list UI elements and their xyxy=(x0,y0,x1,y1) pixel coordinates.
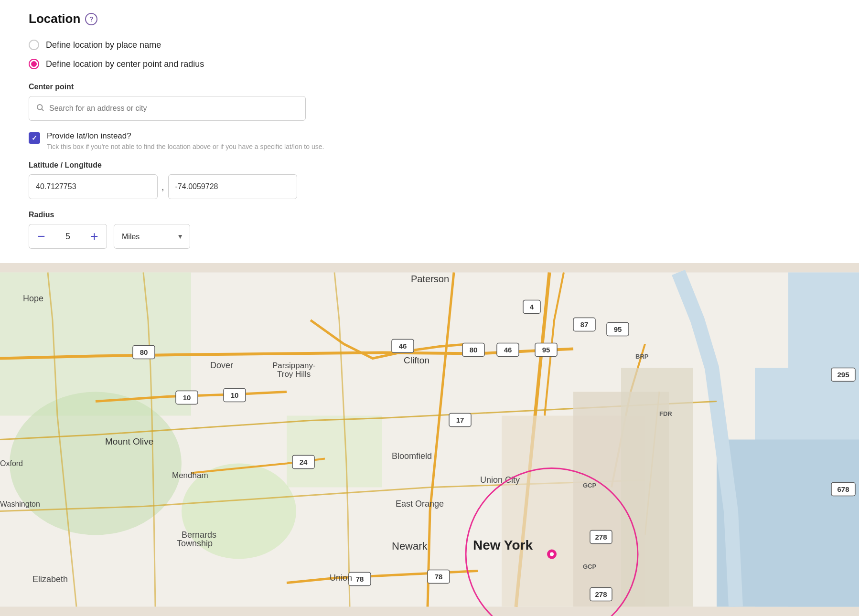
radio-label-place-name: Define location by place name xyxy=(46,40,161,50)
svg-text:Mendham: Mendham xyxy=(172,471,208,480)
svg-text:78: 78 xyxy=(356,575,364,583)
svg-text:87: 87 xyxy=(580,320,589,329)
checkbox-main-label: Provide lat/lon instead? xyxy=(47,131,324,141)
radius-section: Radius − + Miles Kilometers ▼ xyxy=(29,211,830,249)
svg-point-7 xyxy=(10,392,182,535)
lat-lon-label: Latitude / Longitude xyxy=(29,161,830,170)
svg-text:4: 4 xyxy=(530,303,534,311)
svg-text:Oxford: Oxford xyxy=(0,459,23,467)
lat-lon-checkbox[interactable]: ✓ xyxy=(29,132,40,144)
checkbox-sub-label: Tick this box if you're not able to find… xyxy=(47,143,324,150)
search-icon xyxy=(36,103,44,114)
coord-separator: , xyxy=(158,181,168,192)
svg-text:Clifton: Clifton xyxy=(404,355,430,365)
svg-text:GCP: GCP xyxy=(583,563,597,570)
radio-circle-center-point xyxy=(29,59,39,69)
center-point-label: Center point xyxy=(29,83,830,91)
svg-text:Bloomfield: Bloomfield xyxy=(392,451,432,461)
svg-text:10: 10 xyxy=(231,391,239,399)
svg-rect-12 xyxy=(621,368,693,607)
svg-text:78: 78 xyxy=(435,573,443,581)
svg-text:FDR: FDR xyxy=(659,410,672,417)
map-svg: 80 80 87 10 10 46 46 17 xyxy=(0,263,859,616)
svg-text:95: 95 xyxy=(542,346,550,354)
svg-text:Union: Union xyxy=(330,573,352,583)
svg-text:Troy Hills: Troy Hills xyxy=(277,370,311,379)
svg-text:Parsippany-: Parsippany- xyxy=(272,361,316,370)
svg-text:24: 24 xyxy=(300,458,308,466)
svg-text:Washington: Washington xyxy=(0,500,40,508)
section-title: Location xyxy=(29,11,80,26)
lat-lon-section: Latitude / Longitude , xyxy=(29,161,830,199)
location-form: Location ? Define location by place name… xyxy=(0,0,859,263)
svg-text:Hope: Hope xyxy=(23,294,43,303)
svg-text:Mount Olive: Mount Olive xyxy=(105,436,153,446)
svg-text:80: 80 xyxy=(140,348,148,356)
radio-group: Define location by place name Define loc… xyxy=(29,40,830,69)
map-container: 80 80 87 10 10 46 46 17 xyxy=(0,263,859,616)
section-title-row: Location ? xyxy=(29,11,830,26)
map-section: 80 80 87 10 10 46 46 17 xyxy=(0,263,859,616)
svg-text:East Orange: East Orange xyxy=(396,499,444,509)
radius-label: Radius xyxy=(29,211,830,219)
latitude-input[interactable] xyxy=(29,174,158,199)
svg-text:278: 278 xyxy=(595,590,607,598)
svg-text:Paterson: Paterson xyxy=(411,274,449,284)
lat-lon-inputs: , xyxy=(29,174,830,199)
unit-select[interactable]: Miles Kilometers xyxy=(114,224,190,249)
svg-text:Bernards: Bernards xyxy=(182,530,216,540)
radio-circle-place-name xyxy=(29,40,39,50)
svg-point-74 xyxy=(550,552,554,556)
radio-option-place-name[interactable]: Define location by place name xyxy=(29,40,830,50)
svg-text:678: 678 xyxy=(837,485,849,493)
center-point-field: Center point xyxy=(29,83,830,121)
svg-text:New York: New York xyxy=(473,538,533,552)
longitude-input[interactable] xyxy=(168,174,297,199)
svg-text:295: 295 xyxy=(837,371,849,379)
svg-rect-9 xyxy=(287,416,382,488)
svg-text:GCP: GCP xyxy=(583,482,597,489)
search-input[interactable] xyxy=(49,104,299,113)
unit-select-wrapper: Miles Kilometers ▼ xyxy=(114,224,190,249)
svg-text:46: 46 xyxy=(504,346,512,354)
svg-text:Elizabeth: Elizabeth xyxy=(32,574,68,584)
svg-text:BRP: BRP xyxy=(635,353,649,360)
radio-label-center-point: Define location by center point and radi… xyxy=(46,59,204,69)
svg-text:10: 10 xyxy=(183,393,191,402)
checkmark-icon: ✓ xyxy=(32,134,37,142)
radius-controls: − + Miles Kilometers ▼ xyxy=(29,224,830,249)
svg-text:Newark: Newark xyxy=(392,540,428,552)
lat-lon-checkbox-row: ✓ Provide lat/lon instead? Tick this box… xyxy=(29,131,830,150)
svg-text:Dover: Dover xyxy=(210,361,233,370)
help-icon[interactable]: ? xyxy=(85,13,97,25)
svg-line-1 xyxy=(42,109,43,110)
radio-option-center-point[interactable]: Define location by center point and radi… xyxy=(29,59,830,69)
radius-value-input[interactable] xyxy=(54,224,82,249)
radius-increase-button[interactable]: + xyxy=(82,224,107,249)
radius-decrease-button[interactable]: − xyxy=(29,224,54,249)
checkbox-text-group: Provide lat/lon instead? Tick this box i… xyxy=(47,131,324,150)
svg-text:Township: Township xyxy=(177,539,213,548)
svg-text:46: 46 xyxy=(399,342,407,350)
search-box[interactable] xyxy=(29,96,306,121)
svg-text:95: 95 xyxy=(614,325,622,333)
svg-text:80: 80 xyxy=(470,346,478,354)
svg-text:278: 278 xyxy=(595,533,607,541)
svg-text:17: 17 xyxy=(456,416,464,424)
